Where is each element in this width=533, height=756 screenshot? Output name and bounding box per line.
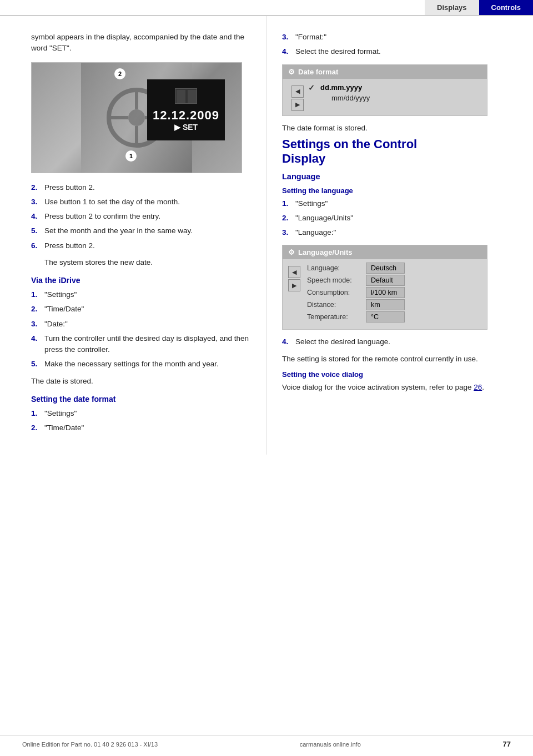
step-4: 4. Press button 2 to confirm the entry. bbox=[31, 211, 250, 222]
right-step-3: 3. "Format:" bbox=[282, 32, 517, 43]
voice-dialog-text: Voice dialog for the voice activation sy… bbox=[282, 382, 517, 393]
step-6: 6. Press button 2. bbox=[31, 240, 250, 251]
lang-row-consumption[interactable]: Consumption: l/100 km bbox=[305, 287, 481, 298]
header-tabs: Displays Controls bbox=[0, 0, 533, 16]
left-column: symbol appears in the display, accompani… bbox=[0, 16, 266, 455]
setting-date-format-heading: Setting the date format bbox=[31, 395, 250, 404]
date-option-mdy[interactable]: mm/dd/yyyy bbox=[308, 94, 478, 102]
idrive-step-5: 5. Make the necessary settings for the m… bbox=[31, 359, 250, 370]
right-column: 3. "Format:" 4. Select the desired forma… bbox=[266, 16, 533, 455]
language-units-title: Language/Units bbox=[298, 248, 353, 256]
lang-step-4: 4. Select the desired language. bbox=[282, 336, 517, 347]
lang-row-temperature[interactable]: Temperature: °C bbox=[305, 311, 481, 322]
date-option-dmy[interactable]: ✓ dd.mm.yyyy bbox=[308, 83, 478, 92]
footer-text: Online Edition for Part no. 01 40 2 926 … bbox=[22, 741, 158, 748]
language-units-screenshot: ⚙ Language/Units ◀ ▶ Language: Deutsch bbox=[282, 245, 487, 330]
nav-arrow-left-2[interactable]: ◀ bbox=[288, 266, 300, 278]
language-heading: Language bbox=[282, 172, 517, 181]
date-option-mdy-label: mm/dd/yyyy bbox=[331, 94, 370, 102]
car-image: 2 1 12.12.2009 ▶ SET bbox=[31, 62, 242, 173]
step-2: 2. Press button 2. bbox=[31, 182, 250, 193]
lang-step-3: 3. "Language:" bbox=[282, 227, 517, 238]
idrive-steps-list: 1. "Settings" 2. "Time/Date" 3. "Date:" … bbox=[31, 289, 250, 370]
idrive-step-4: 4. Turn the controller until the desired… bbox=[31, 333, 250, 356]
step6-note: The system stores the new date. bbox=[31, 257, 250, 268]
right-steps-top: 3. "Format:" 4. Select the desired forma… bbox=[282, 32, 517, 58]
right-step-4: 4. Select the desired format. bbox=[282, 46, 517, 57]
settings-icon-2: ⚙ bbox=[288, 248, 295, 256]
lang-row-distance[interactable]: Distance: km bbox=[305, 299, 481, 310]
date-format-steps-list: 1. "Settings" 2. "Time/Date" bbox=[31, 408, 250, 434]
lang-step4-list: 4. Select the desired language. bbox=[282, 336, 517, 347]
date-format-screenshot: ⚙ Date format ◀ ▶ ✓ dd.mm.yyyy bbox=[282, 64, 487, 116]
set-label: ▶ SET bbox=[174, 123, 198, 132]
date-format-titlebar: ⚙ Date format bbox=[283, 65, 487, 79]
svg-point-1 bbox=[128, 109, 145, 126]
nav-arrow-right[interactable]: ▶ bbox=[291, 99, 304, 111]
voice-dialog-link[interactable]: 26 bbox=[474, 383, 482, 391]
tab-displays[interactable]: Displays bbox=[425, 0, 479, 15]
footer-site: carmanuals online.info bbox=[300, 741, 361, 748]
badge-1: 1 bbox=[125, 150, 137, 162]
language-units-titlebar: ⚙ Language/Units bbox=[283, 245, 487, 259]
date-format-step-1: 1. "Settings" bbox=[31, 408, 250, 419]
via-idrive-heading: Via the iDrive bbox=[31, 276, 250, 285]
idrive-step-2: 2. "Time/Date" bbox=[31, 304, 250, 315]
page-number: 77 bbox=[503, 740, 511, 748]
date-format-step-2: 2. "Time/Date" bbox=[31, 422, 250, 434]
lang-step-2: 2. "Language/Units" bbox=[282, 213, 517, 224]
intro-text: symbol appears in the display, accompani… bbox=[31, 32, 250, 54]
language-steps-list: 1. "Settings" 2. "Language/Units" 3. "La… bbox=[282, 198, 517, 239]
date-format-body: ◀ ▶ ✓ dd.mm.yyyy mm/dd/yyyy bbox=[283, 79, 487, 115]
page-content: symbol appears in the display, accompani… bbox=[0, 16, 533, 455]
date-stored-note: The date is stored. bbox=[31, 376, 250, 387]
idrive-step-3: 3. "Date:" bbox=[31, 319, 250, 330]
svg-rect-6 bbox=[177, 90, 185, 103]
car-screen: 12.12.2009 ▶ SET bbox=[147, 79, 225, 140]
date-format-title: Date format bbox=[298, 68, 338, 76]
control-display-section-title: Settings on the Control Display bbox=[282, 137, 517, 167]
date-format-note: The date format is stored. bbox=[282, 123, 517, 134]
lang-step-1: 1. "Settings" bbox=[282, 198, 517, 209]
tab-controls[interactable]: Controls bbox=[479, 0, 533, 15]
date-option-dmy-label: dd.mm.yyyy bbox=[320, 83, 362, 92]
page-footer: Online Edition for Part no. 01 40 2 926 … bbox=[0, 735, 533, 748]
date-display: 12.12.2009 bbox=[153, 108, 219, 123]
voice-dialog-heading: Setting the voice dialog bbox=[282, 370, 517, 379]
nav-arrow-right-2[interactable]: ▶ bbox=[288, 279, 300, 291]
lang-row-language[interactable]: Language: Deutsch bbox=[305, 263, 481, 274]
idrive-step-1: 1. "Settings" bbox=[31, 289, 250, 300]
language-units-body: ◀ ▶ Language: Deutsch Speech mode: Defau… bbox=[283, 259, 487, 329]
lang-note: The setting is stored for the remote con… bbox=[282, 354, 517, 365]
setting-language-heading: Setting the language bbox=[282, 187, 517, 195]
step-3: 3. Use button 1 to set the day of the mo… bbox=[31, 196, 250, 208]
checkmark-icon: ✓ bbox=[308, 83, 316, 92]
badge-2: 2 bbox=[114, 68, 125, 79]
main-steps-list: 2. Press button 2. 3. Use button 1 to se… bbox=[31, 182, 250, 251]
step-5: 5. Set the month and the year in the sam… bbox=[31, 225, 250, 236]
nav-arrow-left[interactable]: ◀ bbox=[291, 85, 304, 98]
lang-row-speech[interactable]: Speech mode: Default bbox=[305, 275, 481, 286]
settings-icon: ⚙ bbox=[288, 68, 295, 76]
svg-rect-7 bbox=[188, 90, 197, 103]
